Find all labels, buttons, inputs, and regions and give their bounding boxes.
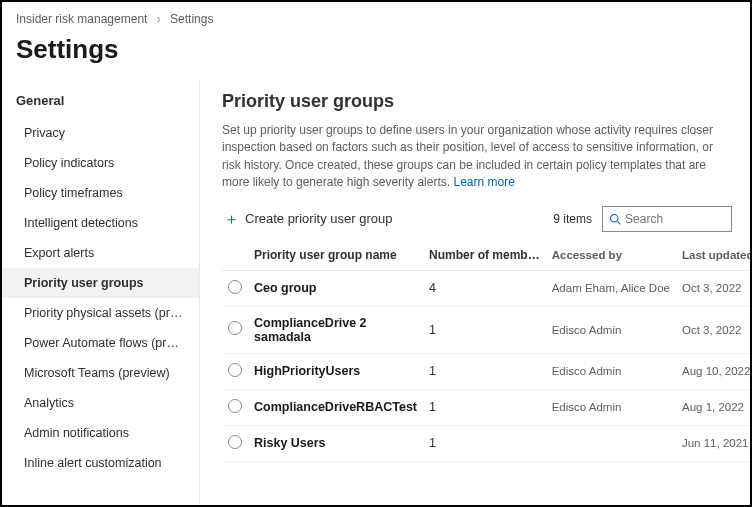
- breadcrumb: Insider risk management › Settings: [2, 2, 750, 30]
- chevron-right-icon: ›: [157, 12, 161, 26]
- col-header-accessed[interactable]: Accessed by: [546, 240, 676, 271]
- row-accessed: Edisco Admin: [546, 389, 676, 425]
- row-accessed: Edisco Admin: [546, 353, 676, 389]
- learn-more-link[interactable]: Learn more: [453, 175, 514, 189]
- content-description: Set up priority user groups to define us…: [222, 122, 732, 192]
- breadcrumb-current: Settings: [170, 12, 213, 26]
- sidebar-item-priority-physical-assets-preview[interactable]: Priority physical assets (preview): [2, 298, 199, 328]
- item-count: 9 items: [553, 212, 592, 226]
- table-row[interactable]: HighPriorityUsers1Edisco AdminAug 10, 20…: [222, 353, 750, 389]
- content-pane: Priority user groups Set up priority use…: [200, 81, 750, 506]
- row-updated: Jun 11, 2021: [676, 425, 750, 461]
- create-button-label: Create priority user group: [245, 211, 392, 226]
- row-members: 1: [423, 353, 546, 389]
- search-input[interactable]: [625, 212, 725, 226]
- sidebar-item-intelligent-detections[interactable]: Intelligent detections: [2, 208, 199, 238]
- table-row[interactable]: Risky Users1Jun 11, 2021: [222, 425, 750, 461]
- row-accessed: Edisco Admin: [546, 306, 676, 353]
- row-name: ComplianceDrive 2 samadala: [248, 306, 423, 353]
- table-row[interactable]: ComplianceDrive 2 samadala1Edisco AdminO…: [222, 306, 750, 353]
- row-name: HighPriorityUsers: [248, 353, 423, 389]
- search-box[interactable]: [602, 206, 732, 232]
- sidebar-item-policy-timeframes[interactable]: Policy timeframes: [2, 178, 199, 208]
- table-row[interactable]: Ceo group4Adam Eham, Alice DoeOct 3, 202…: [222, 270, 750, 306]
- sidebar-item-power-automate-flows-preview[interactable]: Power Automate flows (preview): [2, 328, 199, 358]
- page-title: Settings: [2, 30, 750, 81]
- row-members: 1: [423, 306, 546, 353]
- col-header-members[interactable]: Number of memb…: [423, 240, 546, 271]
- row-checkbox[interactable]: [228, 435, 242, 449]
- row-checkbox[interactable]: [228, 363, 242, 377]
- row-members: 1: [423, 425, 546, 461]
- search-icon: [609, 212, 621, 226]
- svg-line-1: [617, 221, 620, 224]
- sidebar-item-inline-alert-customization[interactable]: Inline alert customization: [2, 448, 199, 478]
- sidebar-item-microsoft-teams-preview[interactable]: Microsoft Teams (preview): [2, 358, 199, 388]
- row-updated: Oct 3, 2022: [676, 270, 750, 306]
- plus-icon: ＋: [224, 211, 239, 226]
- sidebar-item-analytics[interactable]: Analytics: [2, 388, 199, 418]
- row-updated: Aug 1, 2022: [676, 389, 750, 425]
- row-checkbox[interactable]: [228, 321, 242, 335]
- row-accessed: [546, 425, 676, 461]
- sidebar-item-priority-user-groups[interactable]: Priority user groups: [2, 268, 199, 298]
- create-priority-group-button[interactable]: ＋ Create priority user group: [222, 207, 394, 230]
- row-checkbox[interactable]: [228, 399, 242, 413]
- sidebar-item-privacy[interactable]: Privacy: [2, 118, 199, 148]
- row-updated: Oct 3, 2022: [676, 306, 750, 353]
- row-checkbox[interactable]: [228, 280, 242, 294]
- sidebar-item-admin-notifications[interactable]: Admin notifications: [2, 418, 199, 448]
- row-members: 4: [423, 270, 546, 306]
- svg-point-0: [611, 214, 619, 222]
- row-name: ComplianceDriveRBACTest: [248, 389, 423, 425]
- sidebar-item-export-alerts[interactable]: Export alerts: [2, 238, 199, 268]
- settings-sidebar: General PrivacyPolicy indicatorsPolicy t…: [2, 81, 200, 506]
- row-name: Risky Users: [248, 425, 423, 461]
- col-header-updated[interactable]: Last updated: [676, 240, 750, 271]
- sidebar-item-policy-indicators[interactable]: Policy indicators: [2, 148, 199, 178]
- content-heading: Priority user groups: [222, 91, 732, 112]
- priority-groups-table: Priority user group name Number of memb……: [222, 240, 750, 462]
- row-members: 1: [423, 389, 546, 425]
- table-row[interactable]: ComplianceDriveRBACTest1Edisco AdminAug …: [222, 389, 750, 425]
- col-header-name[interactable]: Priority user group name: [248, 240, 423, 271]
- row-accessed: Adam Eham, Alice Doe: [546, 270, 676, 306]
- row-name: Ceo group: [248, 270, 423, 306]
- row-updated: Aug 10, 2022: [676, 353, 750, 389]
- sidebar-header: General: [2, 87, 199, 118]
- select-all-header: [222, 240, 248, 271]
- breadcrumb-parent[interactable]: Insider risk management: [16, 12, 147, 26]
